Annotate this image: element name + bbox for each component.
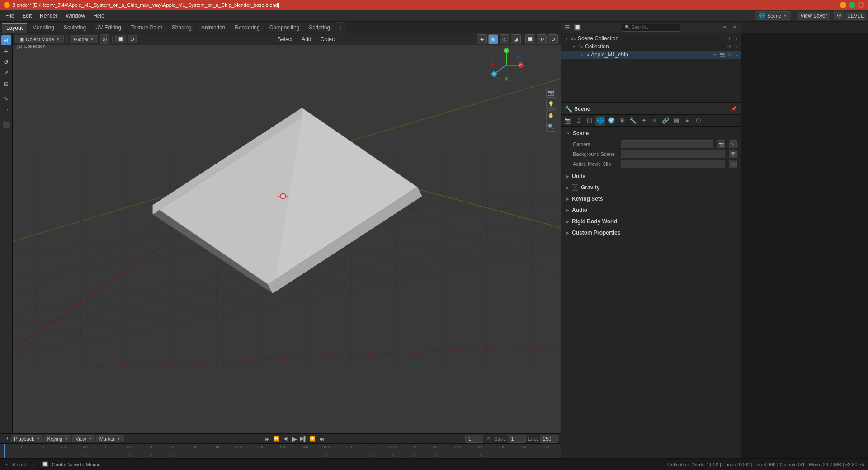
menu-select[interactable]: Select: [274, 35, 296, 43]
tool-cursor[interactable]: ⊕: [1, 35, 11, 45]
camera-picker-icon[interactable]: 📷: [717, 140, 725, 148]
chip-vis[interactable]: 👁: [727, 52, 732, 57]
gravity-checkbox[interactable]: ✓: [572, 184, 578, 191]
proportional-btn[interactable]: ⊙: [128, 35, 137, 43]
tab-texture-paint[interactable]: Texture Paint: [126, 23, 167, 32]
prop-tab-particles[interactable]: ✦: [639, 116, 649, 126]
tab-rendering[interactable]: Rendering: [230, 23, 264, 32]
pan-btn[interactable]: ✋: [546, 110, 556, 120]
scene-selector[interactable]: 🌐 Scene ▼: [755, 11, 791, 20]
viewport-shading-wireframe[interactable]: ◪: [511, 34, 521, 44]
outliner-search[interactable]: 🔍 Search...: [622, 24, 680, 32]
chip-edit-icon[interactable]: ✏: [713, 52, 717, 57]
tab-animation[interactable]: Animation: [197, 23, 230, 32]
global-selector[interactable]: Global ▼: [70, 35, 98, 43]
tab-layout[interactable]: Layout: [2, 23, 27, 33]
tab-uv-editing[interactable]: UV Editing: [91, 23, 126, 32]
current-frame-input[interactable]: 1: [465, 435, 483, 443]
prop-tab-scene[interactable]: 🌐: [595, 116, 605, 126]
tab-add[interactable]: +: [335, 22, 346, 33]
prop-tab-constraints[interactable]: 🔗: [660, 116, 670, 126]
viewport-shading-material[interactable]: ◉: [488, 34, 498, 44]
tab-compositing[interactable]: Compositing: [265, 23, 304, 32]
prop-tab-modifier[interactable]: 🔧: [628, 116, 638, 126]
tab-shading[interactable]: Shading: [167, 23, 196, 32]
outliner-filter-btn[interactable]: ≡: [721, 24, 729, 32]
active-clip-value[interactable]: [621, 160, 725, 168]
timeline-ruler[interactable]: 1102030405060708090100110120130140150160…: [0, 444, 561, 458]
prop-group-units-header[interactable]: ▶ Units: [564, 171, 739, 181]
3d-viewport[interactable]: User Perspective (Local) (1) Collection …: [13, 33, 561, 433]
keying-dropdown[interactable]: Keying ▼: [44, 435, 72, 442]
viewport-shading-solid[interactable]: ◈: [477, 34, 487, 44]
menu-item-edit[interactable]: Edit: [19, 12, 35, 20]
start-frame-input[interactable]: 1: [508, 435, 526, 443]
tool-rotate[interactable]: ↺: [1, 57, 11, 67]
outliner-tree-btn[interactable]: 🔲: [573, 24, 581, 32]
end-frame-input[interactable]: 250: [540, 435, 558, 443]
step-fwd-btn[interactable]: ▶▌: [300, 435, 307, 442]
jump-end-btn[interactable]: ⏭: [318, 435, 325, 442]
gizmo-toggle[interactable]: ⊕: [548, 34, 558, 44]
play-btn[interactable]: ▶: [291, 435, 298, 442]
collection-select[interactable]: ▸: [736, 44, 738, 49]
viewport-shading-rendered[interactable]: ◎: [500, 34, 509, 44]
tab-sculpting[interactable]: Sculpting: [59, 23, 90, 32]
maximize-button[interactable]: □: [849, 2, 855, 8]
close-button[interactable]: ✕: [858, 2, 864, 8]
menu-item-render[interactable]: Render: [36, 12, 61, 20]
zoom-btn[interactable]: 🔍: [546, 122, 556, 132]
prop-group-gravity-header[interactable]: ▶ ✓ Gravity: [564, 183, 739, 193]
prop-group-custom-header[interactable]: ▶ Custom Properties: [564, 228, 739, 238]
tree-item-apple-chip[interactable]: ▶ ▪ Apple_M1_chip ✏ 📷 👁 ▸: [561, 51, 741, 59]
camera-btn[interactable]: 📷: [546, 88, 556, 98]
tree-item-collection[interactable]: ▼ 🗂 Collection 👁 ▸: [561, 42, 741, 51]
tool-annotate[interactable]: ✎: [1, 94, 11, 103]
jump-start-btn[interactable]: ⏮: [264, 435, 271, 442]
prop-tab-view-layer[interactable]: ◫: [585, 116, 594, 126]
background-scene-value[interactable]: [621, 150, 725, 158]
outliner-list-btn[interactable]: ☰: [563, 24, 571, 32]
marker-dropdown[interactable]: Marker ▼: [96, 435, 124, 442]
scene-collection-select[interactable]: ▸: [736, 36, 738, 41]
camera-edit-icon[interactable]: ✎: [729, 140, 737, 148]
lamp-btn[interactable]: 💡: [546, 99, 556, 109]
prop-group-keying-header[interactable]: ▶ Keying Sets: [564, 194, 739, 204]
tool-scale[interactable]: ⤢: [1, 68, 11, 78]
tab-modeling[interactable]: Modeling: [28, 23, 59, 32]
prev-keyframe-btn[interactable]: ⏪: [273, 435, 280, 442]
menu-item-file[interactable]: File: [2, 12, 18, 20]
collection-vis[interactable]: 👁: [727, 44, 732, 49]
next-keyframe-btn[interactable]: ⏩: [309, 435, 316, 442]
snap-btn[interactable]: 🔲: [115, 35, 126, 43]
prop-tab-render[interactable]: 📷: [563, 116, 573, 126]
chip-select[interactable]: ▸: [736, 52, 738, 57]
prop-tab-world[interactable]: 🌍: [606, 116, 616, 126]
menu-item-help[interactable]: Help: [90, 12, 108, 20]
timeline-icon[interactable]: ⏱: [3, 435, 10, 442]
prop-tab-texture[interactable]: ⬡: [693, 116, 703, 126]
prop-tab-physics[interactable]: ⚛: [650, 116, 660, 126]
view-dropdown[interactable]: View ▼: [72, 435, 95, 442]
tab-scripting[interactable]: Scripting: [304, 23, 335, 32]
prop-tab-material[interactable]: ●: [682, 116, 692, 126]
minimize-button[interactable]: —: [840, 2, 846, 8]
tool-transform[interactable]: ⊞: [1, 79, 11, 89]
menu-add[interactable]: Add: [298, 35, 315, 43]
prop-tab-data[interactable]: ▦: [671, 116, 681, 126]
xray-toggle[interactable]: 👁: [537, 34, 547, 44]
scene-collection-vis[interactable]: 👁: [727, 36, 732, 41]
view-layer-label[interactable]: View Layer: [797, 12, 830, 20]
overlay-toggle[interactable]: 🔲: [525, 34, 535, 44]
tool-measure[interactable]: ↔: [1, 104, 11, 114]
prop-tab-object[interactable]: ▣: [617, 116, 627, 126]
tool-move[interactable]: ✛: [1, 46, 11, 56]
chip-camera-icon[interactable]: 📷: [720, 52, 725, 57]
prop-group-rigid-header[interactable]: ▶ Rigid Body World: [564, 216, 739, 226]
properties-pin-btn[interactable]: 📌: [730, 105, 738, 113]
prop-group-scene-header[interactable]: ▼ Scene: [564, 128, 739, 138]
prop-tab-output[interactable]: 🖨: [574, 116, 584, 126]
navigation-gizmo[interactable]: X Y Z: [488, 47, 524, 83]
menu-item-window[interactable]: Window: [62, 12, 89, 20]
menu-object[interactable]: Object: [317, 35, 340, 43]
